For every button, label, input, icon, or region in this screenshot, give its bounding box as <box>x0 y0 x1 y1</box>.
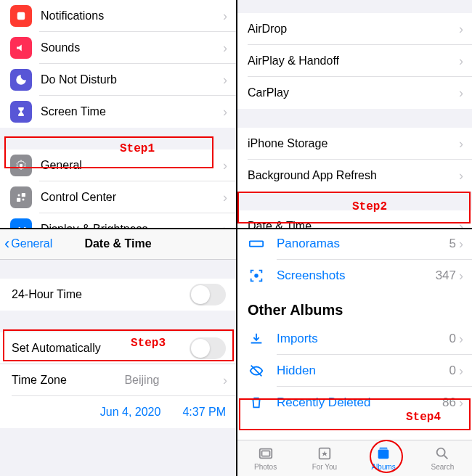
svg-rect-13 <box>380 448 388 449</box>
row-label: Control Center <box>41 191 116 204</box>
chevron-right-icon: › <box>459 168 463 184</box>
row-dnd[interactable]: Do Not Disturb › <box>0 64 236 96</box>
sounds-icon <box>10 37 32 59</box>
foryou-icon <box>317 446 333 461</box>
imports-icon <box>246 331 266 347</box>
notifications-icon <box>10 5 32 27</box>
row-bgrefresh[interactable]: Background App Refresh› <box>236 160 472 192</box>
svg-rect-4 <box>22 193 25 197</box>
row-timezone[interactable]: Time Zone Beijing › <box>0 364 236 396</box>
tab-photos[interactable]: Photos <box>236 440 295 476</box>
row-controlcenter[interactable]: Control Center › <box>0 181 236 213</box>
search-icon <box>434 446 450 461</box>
album-recently-deleted[interactable]: Recently Deleted 86 › <box>236 387 472 419</box>
trash-icon <box>246 395 266 411</box>
tabbar: Photos For You Albums Search <box>236 440 472 476</box>
row-label: Screen Time <box>41 105 106 118</box>
album-screenshots[interactable]: Screenshots 347 › <box>236 260 472 292</box>
tab-foryou[interactable]: For You <box>295 440 354 476</box>
dnd-icon <box>10 69 32 91</box>
chevron-right-icon: › <box>223 73 227 88</box>
panorama-icon <box>246 236 266 252</box>
svg-rect-0 <box>17 12 25 20</box>
chevron-right-icon: › <box>459 332 463 347</box>
row-general[interactable]: General › <box>0 149 236 181</box>
svg-point-14 <box>437 448 445 456</box>
svg-point-2 <box>18 194 20 197</box>
general-pane: AirDrop› AirPlay & Handoff› CarPlay› iPh… <box>236 0 472 228</box>
chevron-right-icon: › <box>459 268 463 284</box>
album-panoramas[interactable]: Panoramas 5 › <box>236 228 472 260</box>
tab-albums[interactable]: Albums <box>354 440 413 476</box>
chevron-right-icon: › <box>223 9 227 24</box>
chevron-right-icon: › <box>223 158 227 173</box>
settings-pane: Notifications › Sounds › Do Not Disturb … <box>0 0 236 228</box>
album-hidden[interactable]: Hidden 0 › <box>236 355 472 387</box>
chevron-right-icon: › <box>223 190 227 205</box>
chevron-right-icon: › <box>459 54 463 69</box>
row-datetime[interactable]: Date & Time› <box>236 210 472 228</box>
chevron-right-icon: › <box>223 104 227 120</box>
row-airdrop[interactable]: AirDrop› <box>236 13 472 45</box>
svg-rect-10 <box>261 451 269 456</box>
back-button[interactable]: ‹ General <box>0 234 52 253</box>
chevron-right-icon: › <box>459 86 463 101</box>
svg-point-1 <box>20 164 23 168</box>
svg-rect-3 <box>17 198 20 202</box>
row-screentime[interactable]: Screen Time › <box>0 96 236 128</box>
chevron-right-icon: › <box>459 395 463 411</box>
row-label: Notifications <box>41 9 104 22</box>
toggle-24hour[interactable] <box>190 284 226 305</box>
datetime-pane: ‹ General Date & Time 24-Hour Time Set A… <box>0 228 236 476</box>
photos-icon <box>258 446 274 461</box>
svg-rect-12 <box>378 450 389 459</box>
row-label: Display & Brightness <box>41 223 148 228</box>
tab-search[interactable]: Search <box>413 440 472 476</box>
row-datetime-display[interactable]: Jun 4, 2020 4:37 PM <box>0 396 236 428</box>
chevron-right-icon: › <box>223 373 227 388</box>
section-other-albums: Other Albums <box>236 292 472 323</box>
chevron-right-icon: › <box>459 136 463 152</box>
row-display[interactable]: AA Display & Brightness › <box>0 213 236 228</box>
time-value: 4:37 PM <box>182 406 226 419</box>
chevron-right-icon: › <box>459 22 463 37</box>
album-imports[interactable]: Imports 0 › <box>236 323 472 355</box>
svg-point-5 <box>23 199 25 201</box>
chevron-right-icon: › <box>223 222 227 229</box>
row-24hour[interactable]: 24-Hour Time <box>0 279 236 311</box>
chevron-right-icon: › <box>459 364 463 379</box>
display-icon: AA <box>10 218 32 228</box>
screentime-icon <box>10 101 32 123</box>
row-notifications[interactable]: Notifications › <box>0 0 236 32</box>
controlcenter-icon <box>10 186 32 208</box>
albums-pane: Panoramas 5 › Screenshots 347 › Other Al… <box>236 228 472 476</box>
row-airplay[interactable]: AirPlay & Handoff› <box>236 45 472 77</box>
chevron-right-icon: › <box>459 237 463 252</box>
row-label: Do Not Disturb <box>41 73 117 86</box>
row-label: Sounds <box>41 41 80 54</box>
row-storage[interactable]: iPhone Storage› <box>236 128 472 160</box>
chevron-right-icon: › <box>223 41 227 56</box>
svg-point-8 <box>255 274 258 277</box>
chevron-right-icon: › <box>459 219 463 229</box>
date-value: Jun 4, 2020 <box>100 406 161 419</box>
albums-icon <box>375 446 391 461</box>
gear-icon <box>10 155 32 176</box>
screenshot-icon <box>246 268 266 284</box>
row-setauto[interactable]: Set Automatically <box>0 332 236 364</box>
hidden-icon <box>246 363 266 379</box>
row-label: General <box>41 159 82 172</box>
row-carplay[interactable]: CarPlay› <box>236 77 472 109</box>
svg-rect-7 <box>250 241 263 246</box>
toggle-setauto[interactable] <box>190 337 226 359</box>
chevron-left-icon: ‹ <box>4 234 9 253</box>
timezone-value: Beijing <box>124 374 159 387</box>
row-sounds[interactable]: Sounds › <box>0 32 236 64</box>
navbar: ‹ General Date & Time <box>0 228 236 260</box>
